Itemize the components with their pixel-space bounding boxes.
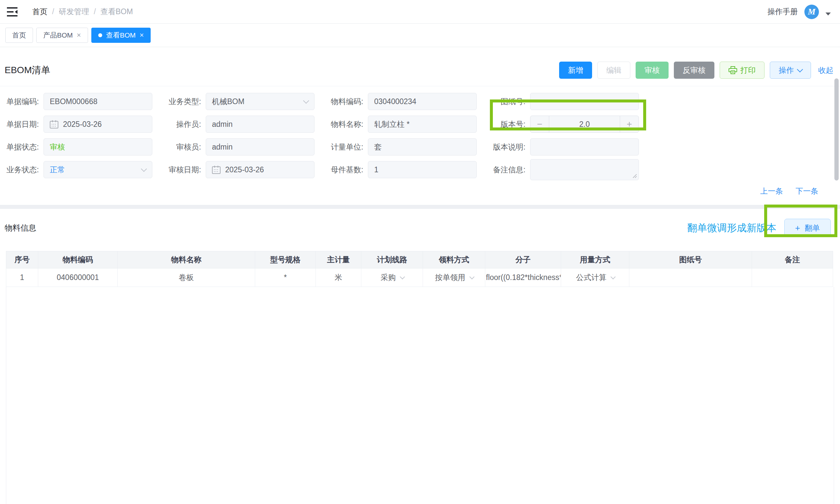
annotation-note: 翻单微调形成新版本 (687, 221, 776, 235)
doc-code-input[interactable]: EBOM000668 (43, 93, 152, 110)
field-label: 单据状态: (3, 142, 39, 152)
audit-button[interactable]: 审核 (635, 61, 669, 79)
cell-plan-route: 采购 (361, 268, 423, 287)
field-value: 1 (374, 165, 379, 174)
col-drawing-no: 图纸号 (629, 251, 752, 268)
doc-date-picker[interactable]: 2025-03-26 (43, 115, 152, 133)
field-label: 单据编码: (3, 96, 39, 107)
field-label: 备注信息: (489, 165, 525, 175)
field-label: 版本号: (489, 119, 525, 129)
field-label: 母件基数: (327, 165, 363, 175)
field-label: 审核日期: (165, 165, 201, 175)
field-doc-code: 单据编码: EBOM000668 (3, 93, 165, 110)
vertical-scrollbar-thumb[interactable] (835, 78, 839, 181)
unaudit-button[interactable]: 反审核 (674, 61, 714, 79)
avatar[interactable]: M (804, 5, 819, 19)
next-record-link[interactable]: 下一条 (795, 186, 818, 196)
col-plan-route: 计划线路 (361, 251, 423, 268)
breadcrumb-current: 查看BOM (101, 6, 133, 17)
field-value: EBOM000668 (50, 97, 97, 106)
page-title: EBOM清单 (5, 64, 50, 76)
close-icon[interactable]: × (77, 32, 81, 39)
doc-status-input[interactable]: 审核 (43, 138, 152, 156)
field-label: 操作员: (165, 119, 201, 129)
top-bar: 首页 / 研发管理 / 查看BOM 操作手册 M (0, 0, 840, 24)
unit-input[interactable]: 套 (368, 138, 477, 156)
field-label: 审核员: (165, 142, 201, 152)
material-code-input[interactable]: 0304000234 (368, 93, 477, 110)
chevron-down-icon[interactable] (400, 274, 405, 280)
audit-date-picker[interactable]: 2025-03-26 (206, 161, 315, 178)
cell-material-name: 卷板 (118, 268, 255, 287)
chevron-down-icon[interactable] (469, 274, 474, 280)
field-parent-base: 母件基数: 1 (327, 161, 489, 178)
field-operator: 操作员: admin (165, 115, 327, 133)
cell-usage-mode: 公式计算 (561, 268, 629, 287)
cell-spec: * (255, 268, 316, 287)
flip-order-button[interactable]: + 翻单 (784, 219, 831, 237)
table-row: 1 0406000001 卷板 * 米 采购 按单领用 floor((0.182… (6, 268, 833, 287)
chevron-down-icon[interactable] (610, 274, 615, 280)
tab-label: 产品BOM (43, 31, 73, 40)
cell-remark (752, 268, 833, 287)
cell-unit: 米 (316, 268, 361, 287)
col-material-name: 物料名称 (118, 251, 255, 268)
field-label: 图纸号: (489, 96, 525, 107)
field-biz-type: 业务类型: 机械BOM (165, 93, 327, 110)
col-pick-mode: 领料方式 (423, 251, 485, 268)
add-button[interactable]: 新增 (559, 61, 592, 79)
calendar-icon (212, 165, 221, 174)
operation-manual-link[interactable]: 操作手册 (768, 6, 798, 17)
field-doc-status: 单据状态: 审核 (3, 138, 165, 156)
field-label: 业务状态: (3, 165, 39, 175)
operate-dropdown-button[interactable]: 操作 (770, 61, 811, 79)
operate-label: 操作 (779, 65, 794, 75)
menu-fold-icon[interactable] (6, 7, 18, 17)
breadcrumb-home[interactable]: 首页 (32, 6, 48, 17)
stepper-minus-button[interactable]: − (530, 116, 549, 132)
version-note-input[interactable] (530, 138, 639, 156)
breadcrumb: 首页 / 研发管理 / 查看BOM (32, 6, 133, 17)
material-name-input[interactable]: 轧制立柱 * (368, 115, 477, 133)
field-audit-date: 审核日期: 2025-03-26 (165, 161, 327, 178)
field-label: 计量单位: (327, 142, 363, 152)
field-label: 物料编码: (327, 96, 363, 107)
tab-view-bom[interactable]: 查看BOM × (91, 28, 151, 43)
cell-seq: 1 (6, 268, 38, 287)
breadcrumb-rd-management[interactable]: 研发管理 (59, 6, 89, 17)
field-value: 0304000234 (374, 97, 416, 106)
resize-handle-icon[interactable] (632, 174, 637, 178)
col-seq: 序号 (6, 251, 38, 268)
prev-record-link[interactable]: 上一条 (760, 186, 783, 196)
field-label: 物料名称: (327, 119, 363, 129)
print-button[interactable]: 打印 (720, 61, 765, 79)
auditor-input[interactable]: admin (206, 138, 315, 156)
remark-textarea[interactable] (530, 159, 639, 180)
tab-product-bom[interactable]: 产品BOM × (36, 28, 88, 43)
field-unit: 计量单位: 套 (327, 138, 489, 156)
usage-mode-value: 公式计算 (576, 272, 607, 283)
field-doc-date: 单据日期: 2025-03-26 (3, 115, 165, 133)
operator-input[interactable]: admin (206, 115, 315, 133)
collapse-link[interactable]: 收起 (818, 65, 834, 75)
field-label: 版本说明: (489, 142, 525, 152)
parent-base-input[interactable]: 1 (368, 161, 477, 178)
version-value[interactable]: 2.0 (549, 116, 620, 132)
ebom-header: EBOM清单 新增 编辑 审核 反审核 打印 操作 收起 (0, 47, 840, 86)
cell-material-code: 0406000001 (38, 268, 118, 287)
user-menu-caret-icon[interactable] (825, 13, 831, 16)
cell-pick-mode: 按单领用 (423, 268, 485, 287)
tab-label: 查看BOM (106, 31, 136, 40)
biz-status-select[interactable]: 正常 (43, 161, 152, 178)
printer-icon (729, 66, 737, 74)
status-badge: 审核 (50, 142, 65, 152)
close-icon[interactable]: × (140, 32, 144, 39)
drawing-no-input[interactable] (530, 93, 639, 110)
tab-home[interactable]: 首页 (5, 28, 33, 43)
material-section-title: 物料信息 (5, 223, 36, 233)
stepper-plus-button[interactable]: + (620, 116, 638, 132)
biz-type-select[interactable]: 机械BOM (206, 93, 315, 110)
edit-button[interactable]: 编辑 (597, 61, 630, 79)
pick-mode-value: 按单领用 (435, 272, 466, 283)
table-header-row: 序号 物料编码 物料名称 型号规格 主计量 计划线路 领料方式 分子 用量方式 … (6, 251, 833, 268)
